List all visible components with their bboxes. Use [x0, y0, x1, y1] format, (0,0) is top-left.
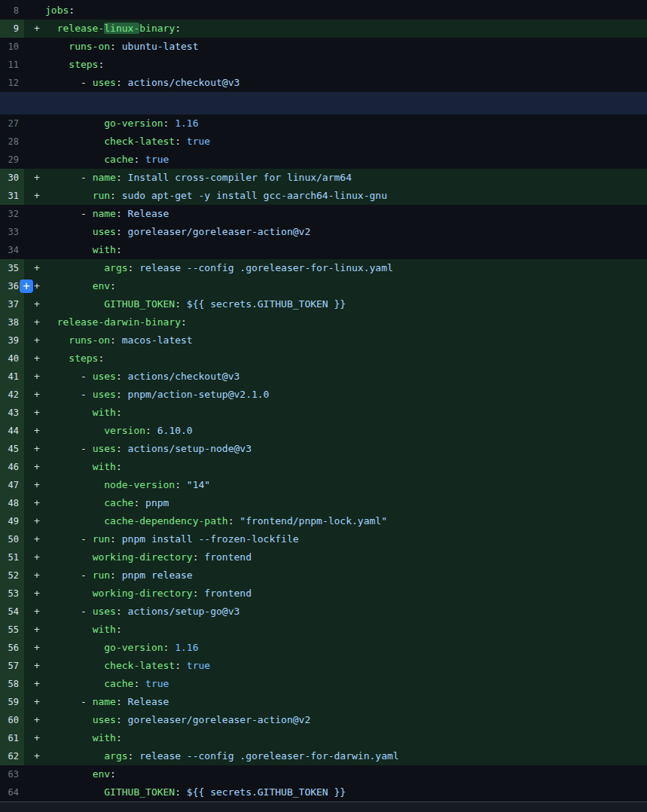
code-line: env:: [45, 277, 116, 295]
add-comment-button[interactable]: +: [20, 279, 33, 293]
code-line: with:: [45, 729, 122, 747]
line-number[interactable]: 42: [0, 386, 24, 404]
line-number[interactable]: 48: [0, 494, 24, 512]
diff-marker: [24, 114, 45, 133]
line-number[interactable]: 51: [0, 548, 24, 566]
line-number[interactable]: 59: [0, 693, 24, 711]
diff-row: 40+ steps:: [0, 350, 647, 368]
diff-marker: +: [24, 603, 45, 621]
line-number[interactable]: 41: [0, 368, 24, 386]
line-number[interactable]: 29: [0, 151, 24, 169]
diff-row: 62+ args: release --config .goreleaser-f…: [0, 747, 647, 765]
diff-row: 41+ - uses: actions/checkout@v3: [0, 368, 647, 386]
line-number[interactable]: 46: [0, 458, 24, 476]
line-number[interactable]: 45: [0, 440, 24, 458]
line-number[interactable]: 39: [0, 331, 24, 350]
diff-marker: +: [24, 440, 45, 458]
line-number[interactable]: 32: [0, 205, 24, 223]
diff-row: 42+ - uses: pnpm/action-setup@v2.1.0: [0, 386, 647, 404]
line-number[interactable]: 12: [0, 74, 24, 92]
line-number[interactable]: 50: [0, 530, 24, 548]
line-number[interactable]: 60: [0, 711, 24, 729]
line-number[interactable]: 58: [0, 675, 24, 693]
code-line: cache: true: [45, 151, 169, 169]
line-number[interactable]: 11: [0, 56, 24, 74]
line-number[interactable]: 47: [0, 476, 24, 494]
diff-row: 38+ release-darwin-binary:: [0, 313, 647, 331]
code-line: - name: Install cross-compiler for linux…: [45, 169, 352, 187]
line-number[interactable]: 31: [0, 187, 24, 205]
diff-marker: [24, 205, 45, 223]
diff-row: 43+ with:: [0, 404, 647, 422]
diff-row: 50+ - run: pnpm install --frozen-lockfil…: [0, 530, 647, 548]
line-number[interactable]: 30: [0, 169, 24, 187]
diff-marker: +: [24, 295, 45, 313]
line-number[interactable]: 35: [0, 259, 24, 277]
diff-row: 9+ release-linux-binary:: [0, 20, 647, 38]
line-number[interactable]: 64: [0, 783, 24, 801]
diff-marker: +: [24, 548, 45, 566]
line-number[interactable]: 53: [0, 585, 24, 603]
code-line: node-version: "14": [45, 476, 210, 494]
code-line: check-latest: true: [45, 133, 210, 151]
line-number[interactable]: 37: [0, 295, 24, 313]
diff-row: 59+ - name: Release: [0, 693, 647, 711]
diff-row: 48+ cache: pnpm: [0, 494, 647, 512]
diff-marker: +: [24, 169, 45, 187]
line-number[interactable]: 10: [0, 38, 24, 56]
line-number[interactable]: 34: [0, 241, 24, 259]
code-line: args: release --config .goreleaser-for-l…: [45, 259, 393, 277]
diff-row: 31+ run: sudo apt-get -y install gcc-aar…: [0, 187, 647, 205]
diff-row: 27 go-version: 1.16: [0, 114, 647, 133]
diff-marker: +: [24, 585, 45, 603]
diff-marker: +: [24, 368, 45, 386]
line-number[interactable]: 52: [0, 566, 24, 585]
diff-marker: +: [24, 404, 45, 422]
code-line: go-version: 1.16: [45, 114, 199, 133]
diff-marker: [24, 765, 45, 783]
line-number[interactable]: 63: [0, 765, 24, 783]
diff-marker: [24, 56, 45, 74]
code-line: - uses: actions/checkout@v3: [45, 74, 240, 92]
diff-row: 51+ working-directory: frontend: [0, 548, 647, 566]
diff-row: 29 cache: true: [0, 151, 647, 169]
code-line: jobs:: [45, 2, 75, 20]
diff-row: 46+ with:: [0, 458, 647, 476]
line-number[interactable]: 40: [0, 350, 24, 368]
line-number[interactable]: 62: [0, 747, 24, 765]
line-number[interactable]: 49: [0, 512, 24, 530]
line-number[interactable]: 61: [0, 729, 24, 747]
diff-row: 32 - name: Release: [0, 205, 647, 223]
diff-marker: [24, 223, 45, 241]
diff-row: 56+ go-version: 1.16: [0, 639, 647, 657]
code-line: env:: [45, 765, 116, 783]
diff-row: 47+ node-version: "14": [0, 476, 647, 494]
code-line: steps:: [45, 56, 104, 74]
code-line: with:: [45, 404, 122, 422]
line-number[interactable]: 27: [0, 114, 24, 133]
code-line: - uses: pnpm/action-setup@v2.1.0: [45, 386, 269, 404]
line-number[interactable]: 9: [0, 20, 24, 38]
diff-marker: +: [24, 566, 45, 585]
diff-marker: +: [24, 313, 45, 331]
line-number[interactable]: 56: [0, 639, 24, 657]
diff-marker: +: [24, 693, 45, 711]
diff-row: 60+ uses: goreleaser/goreleaser-action@v…: [0, 711, 647, 729]
line-number[interactable]: 33: [0, 223, 24, 241]
line-number[interactable]: 55: [0, 621, 24, 639]
line-number[interactable]: 54: [0, 603, 24, 621]
line-number[interactable]: 44: [0, 422, 24, 440]
line-number[interactable]: 8: [0, 2, 24, 20]
line-number[interactable]: 38: [0, 313, 24, 331]
diff-marker: +: [24, 639, 45, 657]
diff-marker: [24, 38, 45, 56]
hunk-expander[interactable]: [0, 92, 647, 114]
diff-marker: +: [24, 458, 45, 476]
line-number[interactable]: 43: [0, 404, 24, 422]
diff-row: 11 steps:: [0, 56, 647, 74]
code-line: - run: pnpm install --frozen-lockfile: [45, 530, 299, 548]
line-number[interactable]: 57: [0, 657, 24, 675]
diff-row: 44+ version: 6.10.0: [0, 422, 647, 440]
line-number[interactable]: 28: [0, 133, 24, 151]
code-line: args: release --config .goreleaser-for-d…: [45, 747, 399, 765]
